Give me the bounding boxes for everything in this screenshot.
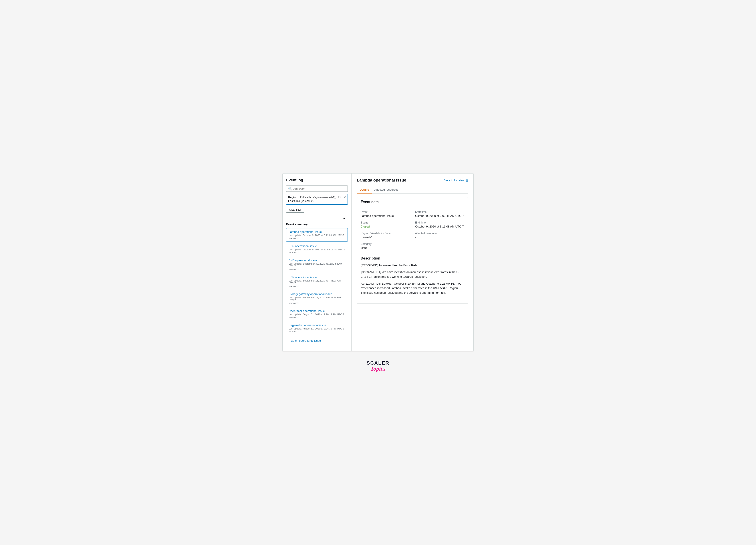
- left-panel: Event log 🔍 Region: US East N. Virginia …: [283, 174, 352, 351]
- event-item-title: EC2 operational issue: [289, 275, 345, 279]
- search-icon: 🔍: [288, 187, 292, 191]
- event-item-date: Last update: September 30, 2020 at 11:42…: [289, 263, 345, 268]
- event-item-region: us-east-1: [289, 285, 345, 287]
- event-data-content: Event Lambda operational issue Start tim…: [357, 207, 468, 301]
- event-item-date: Last update: August 31, 2020 at 9:04:39 …: [289, 327, 345, 330]
- panel-title: Event log: [286, 178, 348, 183]
- description-para1: [RESOLVED] Increased Invoke Error Rate: [361, 263, 464, 268]
- clear-filter-button[interactable]: Clear filter: [286, 207, 304, 213]
- event-list-item[interactable]: Batch operational issue: [286, 336, 348, 346]
- tab-details[interactable]: Details: [357, 186, 372, 194]
- event-item-title-partial: Batch operational issue: [289, 338, 345, 344]
- start-time-value: October 9, 2020 at 2:03:48 AM UTC-7: [415, 214, 464, 218]
- event-list-item[interactable]: Deepracer operational issue Last update:…: [286, 307, 348, 320]
- affected-resources-value: -: [415, 236, 464, 239]
- back-to-list-label: Back to list view: [444, 179, 464, 182]
- event-summary-title: Event summary: [286, 223, 348, 226]
- pagination: ‹ 1 ›: [286, 216, 348, 220]
- event-data-box: Event data Event Lambda operational issu…: [357, 197, 468, 304]
- right-header: Lambda operational issue Back to list vi…: [357, 178, 468, 183]
- search-box: 🔍: [286, 186, 348, 192]
- event-list-item[interactable]: EC2 operational issue Last update: Octob…: [286, 243, 348, 256]
- back-to-list-link[interactable]: Back to list view ⊡: [444, 179, 468, 182]
- event-item-region: us-east-1: [289, 251, 345, 254]
- filter-close-icon[interactable]: ×: [344, 196, 346, 199]
- category-label: Category: [361, 243, 410, 246]
- start-time-label: Start time: [415, 211, 464, 214]
- description-section: Description [RESOLVED] Increased Invoke …: [361, 253, 464, 295]
- end-time-field: End time October 9, 2020 at 3:11:08 AM U…: [415, 221, 464, 228]
- event-item-date: Last update: September 16, 2020 at 7:45:…: [289, 279, 345, 284]
- affected-resources-label: Affected resources: [415, 232, 464, 235]
- data-grid: Event Lambda operational issue Start tim…: [361, 211, 464, 250]
- back-icon: ⊡: [465, 179, 468, 182]
- event-item-region: us-east-1: [289, 316, 345, 318]
- event-item-region: us-east-1: [289, 330, 345, 333]
- event-item-region: us-east-1: [289, 268, 345, 271]
- event-item-title: Storagegateway operational issue: [289, 292, 345, 296]
- event-item-title: SNS operational issue: [289, 259, 345, 262]
- current-page: 1: [343, 216, 345, 219]
- event-item-date: Last update: September 13, 2020 at 6:32:…: [289, 296, 345, 301]
- status-value: Closed: [361, 225, 410, 228]
- event-list-item[interactable]: SNS operational issue Last update: Septe…: [286, 257, 348, 272]
- status-label: Status: [361, 221, 410, 224]
- event-item-date: Last update: October 9, 2020 at 11:54:16…: [289, 248, 345, 251]
- status-field: Status Closed: [361, 221, 410, 228]
- event-item-title: EC2 operational issue: [289, 245, 345, 248]
- description-para3: [03:11 AM PDT] Between October 8 10:35 P…: [361, 281, 464, 295]
- event-list-item[interactable]: Sagemaker operational issue Last update:…: [286, 321, 348, 335]
- event-list: Lambda operational issue Last update: Oc…: [286, 228, 348, 346]
- right-panel: Lambda operational issue Back to list vi…: [352, 174, 473, 351]
- event-data-header: Event data: [357, 197, 468, 207]
- filter-tag-text: Region: US East N. Virginia (us-east-1),…: [288, 196, 342, 203]
- filter-tag: Region: US East N. Virginia (us-east-1),…: [286, 194, 348, 205]
- description-title: Description: [361, 257, 464, 261]
- event-label: Event: [361, 211, 410, 214]
- event-item-region: us-east-1: [289, 302, 345, 304]
- event-item-date: Last update: August 31, 2020 at 9:10:12 …: [289, 313, 345, 316]
- search-input[interactable]: [293, 187, 346, 191]
- main-container: Event log 🔍 Region: US East N. Virginia …: [282, 173, 474, 351]
- event-item-region: us-east-1: [289, 237, 345, 240]
- start-time-field: Start time October 9, 2020 at 2:03:48 AM…: [415, 211, 464, 218]
- end-time-value: October 9, 2020 at 3:11:08 AM UTC-7: [415, 225, 464, 228]
- category-field: Category Issue: [361, 243, 410, 250]
- event-item-title: Deepracer operational issue: [289, 309, 345, 312]
- branding-scaler: SCALER: [367, 360, 389, 366]
- event-list-item[interactable]: Lambda operational issue Last update: Oc…: [286, 228, 348, 242]
- prev-page-button[interactable]: ‹: [340, 216, 342, 220]
- region-label: Region / Availability Zone: [361, 232, 410, 235]
- right-panel-title: Lambda operational issue: [357, 178, 406, 183]
- next-page-button[interactable]: ›: [347, 216, 348, 220]
- tabs: DetailsAffected resources: [357, 186, 468, 194]
- event-field: Event Lambda operational issue: [361, 211, 410, 218]
- tab-affected-resources[interactable]: Affected resources: [372, 186, 401, 194]
- event-item-title: Sagemaker operational issue: [289, 323, 345, 327]
- affected-resources-field: Affected resources -: [415, 232, 464, 239]
- end-time-label: End time: [415, 221, 464, 224]
- branding-topics: Topics: [367, 366, 389, 372]
- event-list-item[interactable]: Storagegateway operational issue Last up…: [286, 290, 348, 306]
- region-value: us-east-1: [361, 236, 410, 239]
- event-item-title: Lambda operational issue: [289, 230, 345, 234]
- filter-label: Region:: [288, 196, 298, 199]
- event-value: Lambda operational issue: [361, 214, 410, 218]
- branding: SCALER Topics: [367, 360, 389, 372]
- region-field: Region / Availability Zone us-east-1: [361, 232, 410, 239]
- description-para2: [02:03 AM PDT] We have identified an inc…: [361, 270, 464, 279]
- event-list-item[interactable]: EC2 operational issue Last update: Septe…: [286, 273, 348, 289]
- category-value: Issue: [361, 246, 410, 250]
- event-item-date: Last update: October 9, 2020 at 3:11:09 …: [289, 234, 345, 237]
